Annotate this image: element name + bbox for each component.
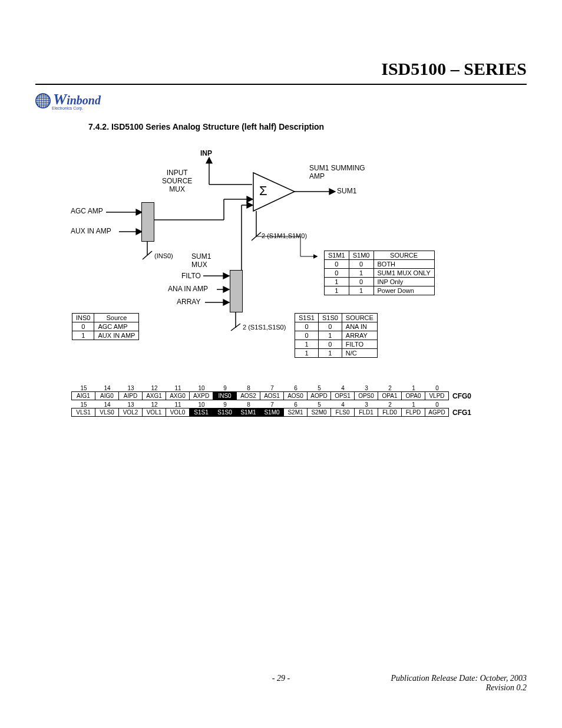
array-label: ARRAY	[177, 298, 200, 306]
cfg0-bitnums: 1514131211109876543210	[72, 385, 484, 391]
svg-line-10	[252, 232, 261, 241]
register-bit: AOS1	[260, 391, 284, 400]
s1s-truth-table: S1S1S1S0SOURCE 00ANA IN 01ARRAY 10FILTO …	[295, 313, 378, 358]
input-mux-label: INPUT SOURCE MUX	[162, 169, 192, 193]
register-bit: S1M1	[236, 408, 260, 417]
register-bit: FLS0	[330, 408, 355, 417]
register-bit: INS0	[213, 391, 237, 400]
ana-in-amp-label: ANA IN AMP	[168, 285, 208, 293]
register-bit: AIPD	[118, 391, 143, 400]
register-bit: VOL2	[118, 408, 143, 417]
page-footer: - 29 - Publication Release Date: October…	[35, 674, 527, 693]
svg-line-15	[143, 251, 152, 259]
input-source-mux-box	[141, 202, 154, 242]
register-bit: VLS0	[95, 408, 119, 417]
register-bit: FLD0	[378, 408, 402, 417]
register-bit: AIG1	[71, 391, 95, 400]
section-heading: 7.4.2. ISD5100 Series Analog Structure (…	[88, 122, 527, 131]
register-bit: AGPD	[425, 408, 449, 417]
register-bit: VOL1	[142, 408, 166, 417]
register-bit: VOL0	[166, 408, 190, 417]
cfg0-register: AIG1AIG0AIPDAXG1AXG0AXPDINS0AOS2AOS1AOS0…	[72, 391, 484, 400]
register-bit: OPA0	[401, 391, 425, 400]
register-bit: AOS0	[283, 391, 308, 400]
s1m-truth-table: S1M1S1M0SOURCE 00BOTH 01SUM1 MUX ONLY 10…	[324, 251, 435, 295]
cfg1-register: VLS1VLS0VOL2VOL1VOL0S1S1S1S0S1M1S1M0S2M1…	[72, 408, 484, 417]
register-bit: FLPD	[401, 408, 425, 417]
sum1-mux-label: SUM1MUX	[191, 252, 211, 269]
register-bit: AXG0	[166, 391, 190, 400]
ins0-truth-table: INS0Source 0AGC AMP 1AUX IN AMP	[72, 313, 139, 340]
register-label: CFG1	[449, 408, 478, 417]
register-bit: S2M1	[283, 408, 308, 417]
brand-logo: Winbond Electronics Corp.	[35, 91, 527, 110]
s1m-control-label: 2 (S1M1,S1M0)	[262, 232, 307, 239]
register-bit: S1M0	[260, 408, 284, 417]
register-bit: AXPD	[189, 391, 213, 400]
svg-line-22	[231, 324, 240, 331]
cfg1-bitnums: 1514131211109876543210	[72, 401, 484, 408]
aux-in-amp-label: AUX IN AMP	[71, 227, 111, 235]
title-rule	[35, 84, 527, 85]
sum1-mux-box	[230, 270, 243, 312]
sum1-out-label: SUM1	[337, 187, 356, 195]
block-diagram: INP INPUT SOURCE MUX AGC AMP AUX IN AMP …	[77, 149, 489, 432]
sigma-icon: Σ	[259, 183, 267, 199]
globe-icon	[35, 93, 51, 108]
register-bit: OPS0	[354, 391, 378, 400]
sum1-summing-label: SUM1 SUMMINGAMP	[309, 164, 365, 180]
register-bit: VLPD	[425, 391, 449, 400]
register-label: CFG0	[449, 391, 478, 400]
register-bit: OPS1	[330, 391, 355, 400]
register-bit: FLD1	[354, 408, 378, 417]
register-bit: VLS1	[71, 408, 95, 417]
filto-label: FILTO	[181, 272, 201, 280]
register-bit: OPA1	[378, 391, 402, 400]
register-bit: S1S0	[213, 408, 237, 417]
ins0-ctrl-label: (INS0)	[154, 252, 173, 259]
register-bit: S2M0	[307, 408, 331, 417]
agc-amp-label: AGC AMP	[71, 207, 103, 215]
doc-title: ISD5100 – SERIES	[35, 59, 527, 79]
register-bit: AIG0	[95, 391, 119, 400]
register-bit: AOPD	[307, 391, 331, 400]
register-bit: AXG1	[142, 391, 166, 400]
register-bit: S1S1	[189, 408, 213, 417]
s1s-control-label: 2 (S1S1,S1S0)	[243, 324, 286, 331]
register-bit: AOS2	[236, 391, 260, 400]
inp-label: INP	[200, 149, 212, 157]
